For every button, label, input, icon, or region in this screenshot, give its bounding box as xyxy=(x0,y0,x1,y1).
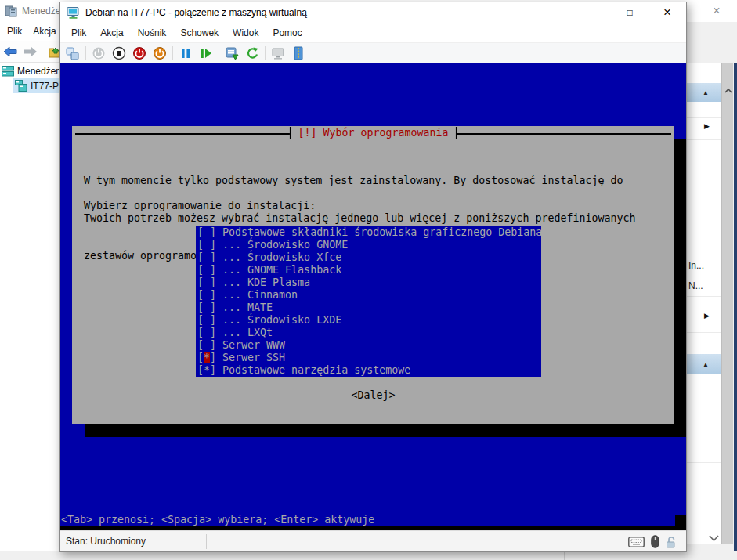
ctrl-alt-del-icon[interactable] xyxy=(66,46,80,60)
vm-titlebar[interactable]: Debian na IT77-PC - połączenie z maszyną… xyxy=(60,2,686,23)
scroll-up-icon[interactable] xyxy=(724,83,732,97)
intro-line: W tym momencie tylko podstawowy system j… xyxy=(84,175,635,187)
vm-statusbar: Stan: Uruchomiony xyxy=(60,530,686,551)
vm-app-icon xyxy=(67,6,80,19)
enhanced-session-icon[interactable] xyxy=(291,46,305,60)
actions-section-header[interactable]: ▲ xyxy=(687,83,721,102)
software-option-label: Serwer SSH xyxy=(216,352,285,363)
vm-menu-schowek[interactable]: Schowek xyxy=(180,27,219,38)
software-option[interactable]: [ ] Podstawowe składniki środowiska graf… xyxy=(197,226,541,239)
vm-window-title: Debian na IT77-PC - połączenie z maszyną… xyxy=(85,7,307,18)
minimize-icon[interactable]: ─ xyxy=(573,2,611,23)
hyperv-window-title: Menedże xyxy=(22,5,60,16)
server-stack-icon xyxy=(2,66,14,77)
submenu-arrow-icon[interactable]: ▶ xyxy=(704,122,710,130)
software-option-label: ... Środowisko Xfce xyxy=(216,251,341,263)
intro-line: Twoich potrzeb możesz wybrać instalację … xyxy=(84,212,635,225)
tree-item-label: Menedżer xyxy=(17,66,59,77)
keyboard-status-icon xyxy=(628,537,645,547)
tree-item-hyperv-manager[interactable]: Menedżer xyxy=(2,63,59,78)
hyperv-menu-akcja[interactable]: Akcja xyxy=(33,26,56,37)
pause-vm-icon[interactable] xyxy=(179,46,193,60)
scroll-down-icon[interactable] xyxy=(709,531,719,545)
software-option-label: ... KDE Plasma xyxy=(216,276,310,288)
turn-off-vm-icon[interactable] xyxy=(112,46,126,60)
resume-vm-icon[interactable] xyxy=(199,46,213,60)
checkpoint-icon[interactable] xyxy=(225,46,239,60)
network-monitor-icon xyxy=(271,46,285,60)
vm-menu-plik[interactable]: Plik xyxy=(71,27,86,38)
hyperv-close-icon[interactable]: × xyxy=(706,2,728,20)
close-icon[interactable]: × xyxy=(648,2,686,23)
software-option[interactable]: [*] Serwer SSH xyxy=(197,352,541,364)
software-option-label: Podstawowe narzędzia systemowe xyxy=(216,364,410,376)
statusbar-separator xyxy=(206,534,207,549)
collapse-up-icon: ▲ xyxy=(703,89,709,96)
vm-menu-akcja[interactable]: Akcja xyxy=(100,27,123,38)
hyperv-app-icon xyxy=(5,5,17,17)
software-option-label: ... Cinnamon xyxy=(216,289,298,301)
revert-icon[interactable] xyxy=(245,46,259,60)
software-option-label: ... GNOME Flashback xyxy=(216,264,341,276)
software-prompt: Wybierz oprogramowanie do instalacji: xyxy=(84,200,316,212)
vm-console-screen[interactable]: [!] Wybór oprogramowania W tym momencie … xyxy=(60,63,686,532)
host-server-icon xyxy=(15,80,27,92)
software-option[interactable]: [ ] ... KDE Plasma xyxy=(197,276,541,289)
software-option-label: ... MATE xyxy=(216,302,273,313)
software-option-label: ... Środowisko GNOME xyxy=(216,239,348,251)
software-option[interactable]: [ ] ... MATE xyxy=(197,302,541,314)
vm-menu-widok[interactable]: Widok xyxy=(233,27,258,38)
vm-connection-window: Debian na IT77-PC - połączenie z maszyną… xyxy=(59,2,687,552)
actions-section-header[interactable]: ▲ xyxy=(687,354,721,374)
installer-help-line: <Tab> przenosi; <Spacja> wybiera; <Enter… xyxy=(61,514,374,526)
software-option[interactable]: [ ] ... Środowisko Xfce xyxy=(197,251,541,264)
hyperv-menu-plik[interactable]: Plik xyxy=(7,26,22,37)
vm-menubar: Plik Akcja Nośnik Schowek Widok Pomoc xyxy=(60,23,686,42)
continue-button[interactable]: <Dalej> xyxy=(351,389,395,401)
vm-menu-pomoc[interactable]: Pomoc xyxy=(273,27,302,38)
software-option[interactable]: [ ] ... Środowisko GNOME xyxy=(197,239,541,251)
dialog-title: [!] Wybór oprogramowania xyxy=(289,127,457,139)
software-option[interactable]: [*] Podstawowe narzędzia systemowe xyxy=(197,364,541,377)
collapse-up-icon: ▲ xyxy=(703,361,709,368)
software-option-label: Podstawowe składniki środowiska graficzn… xyxy=(216,226,541,238)
software-listbox[interactable]: [ ] Podstawowe składniki środowiska graf… xyxy=(196,226,541,377)
software-option[interactable]: [ ] Serwer WWW xyxy=(197,339,541,352)
software-option-label: Serwer WWW xyxy=(216,339,285,351)
actions-scrollbar[interactable] xyxy=(721,63,733,544)
software-option-label: ... Środowisko LXDE xyxy=(216,314,341,326)
screen: Menedże × Plik Akcja Menedżer IT77-P ▲ xyxy=(0,0,737,560)
start-vm-icon xyxy=(92,46,106,60)
tree-item-label: IT77-P xyxy=(31,81,59,92)
software-option[interactable]: [ ] ... GNOME Flashback xyxy=(197,264,541,276)
action-item[interactable]: N... xyxy=(688,280,703,291)
vm-toolbar xyxy=(60,42,686,63)
back-icon[interactable] xyxy=(3,45,17,59)
maximize-icon[interactable]: □ xyxy=(611,2,648,23)
software-option[interactable]: [ ] ... Środowisko LXDE xyxy=(197,314,541,327)
vm-menu-nosnik[interactable]: Nośnik xyxy=(138,27,167,38)
hyperv-menubar: Plik Akcja xyxy=(0,22,63,41)
forward-icon[interactable] xyxy=(23,45,38,59)
tree-item-it77-pc[interactable]: IT77-P xyxy=(15,78,59,93)
submenu-arrow-icon[interactable]: ▶ xyxy=(704,312,710,320)
unlock-status-icon xyxy=(666,536,677,548)
save-vm-icon[interactable] xyxy=(153,46,167,60)
shut-down-vm-icon[interactable] xyxy=(132,46,146,60)
hyperv-toolbar xyxy=(0,41,63,63)
vm-status-text: Stan: Uruchomiony xyxy=(66,536,146,547)
installer-dialog: [!] Wybór oprogramowania W tym momencie … xyxy=(72,126,674,424)
hyperv-actions-pane: ▲ ▶ In... N... ▶ ▲ xyxy=(687,63,721,544)
software-option-label: ... LXQt xyxy=(216,327,273,338)
software-option[interactable]: [ ] ... Cinnamon xyxy=(197,289,541,302)
mouse-status-icon xyxy=(651,535,659,548)
software-option[interactable]: [ ] ... LXQt xyxy=(197,327,541,339)
hyperv-window-right-border xyxy=(734,63,737,551)
hyperv-tree-pane: Menedżer IT77-P xyxy=(0,63,59,551)
action-item[interactable]: In... xyxy=(688,260,704,271)
